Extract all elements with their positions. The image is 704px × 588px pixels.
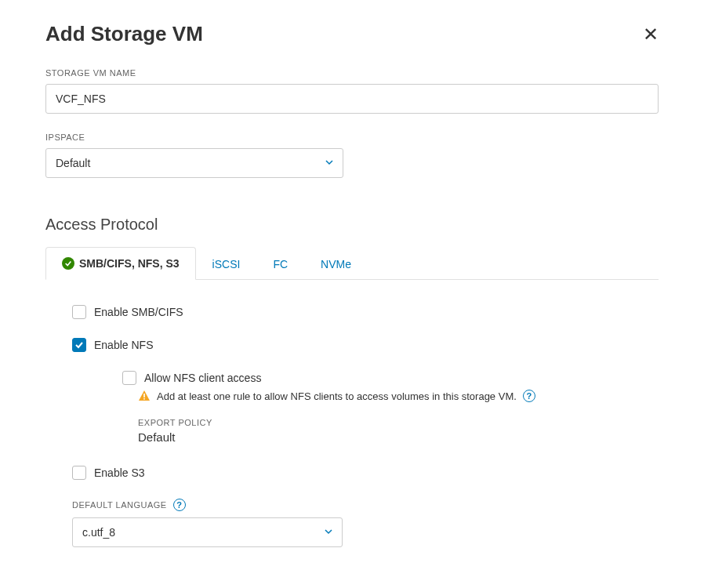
allow-nfs-client-row: Allow NFS client access (122, 371, 659, 385)
storage-vm-name-input[interactable] (45, 84, 659, 114)
svg-rect-1 (143, 398, 145, 400)
tab-nvme-label: NVMe (321, 258, 351, 270)
default-language-label: DEFAULT LANGUAGE (72, 500, 167, 510)
check-icon (62, 257, 74, 270)
svg-rect-0 (143, 394, 145, 397)
page-title: Add Storage VM (45, 22, 203, 46)
allow-nfs-client-label: Allow NFS client access (144, 372, 261, 384)
enable-smb-cifs-checkbox[interactable] (72, 305, 86, 319)
enable-smb-cifs-row: Enable SMB/CIFS (72, 305, 659, 319)
enable-nfs-row: Enable NFS (72, 338, 659, 352)
help-icon[interactable]: ? (523, 390, 535, 402)
tab-iscsi-label: iSCSI (212, 258, 241, 270)
enable-s3-checkbox[interactable] (72, 466, 86, 480)
nfs-warning-row: Add at least one rule to allow NFS clien… (138, 390, 659, 402)
tab-smb-nfs-s3-label: SMB/CIFS, NFS, S3 (79, 257, 180, 270)
default-language-select[interactable]: c.utf_8 (72, 517, 343, 547)
ipspace-group: IPSPACE Default (45, 132, 659, 178)
access-protocol-title: Access Protocol (45, 216, 659, 234)
close-icon[interactable]: ✕ (643, 25, 659, 44)
enable-nfs-checkbox[interactable] (72, 338, 86, 352)
warning-icon (138, 390, 151, 402)
ipspace-label: IPSPACE (45, 132, 659, 142)
enable-nfs-label: Enable NFS (94, 339, 153, 351)
dialog-header: Add Storage VM ✕ (45, 22, 659, 46)
enable-s3-row: Enable S3 (72, 466, 659, 480)
allow-nfs-client-checkbox[interactable] (122, 371, 136, 385)
tab-fc-label: FC (273, 258, 288, 270)
export-policy-label: EXPORT POLICY (138, 418, 659, 427)
default-language-group: DEFAULT LANGUAGE ? c.utf_8 (72, 499, 659, 547)
enable-smb-cifs-label: Enable SMB/CIFS (94, 306, 183, 318)
enable-s3-label: Enable S3 (94, 466, 145, 479)
tab-iscsi[interactable]: iSCSI (196, 247, 257, 280)
tab-smb-nfs-s3[interactable]: SMB/CIFS, NFS, S3 (45, 247, 196, 280)
storage-vm-name-group: STORAGE VM NAME (45, 68, 659, 114)
ipspace-select[interactable]: Default (45, 148, 343, 178)
tab-fc[interactable]: FC (256, 247, 304, 280)
nfs-warning-text: Add at least one rule to allow NFS clien… (157, 390, 517, 402)
export-policy-value: Default (138, 430, 659, 444)
help-icon[interactable]: ? (173, 499, 186, 511)
storage-vm-name-label: STORAGE VM NAME (45, 68, 659, 78)
tab-nvme[interactable]: NVMe (304, 247, 368, 280)
protocol-tabs: SMB/CIFS, NFS, S3 iSCSI FC NVMe (45, 246, 659, 280)
